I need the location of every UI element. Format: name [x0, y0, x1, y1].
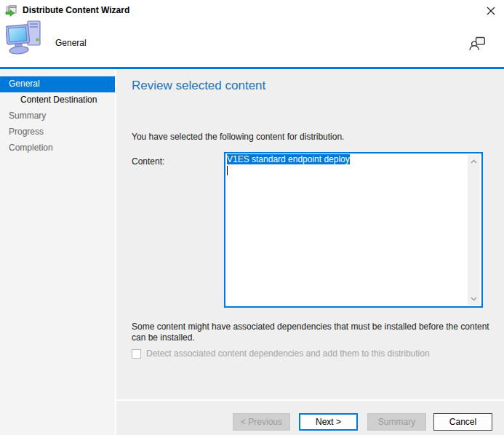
chevron-up-icon: [471, 159, 477, 164]
header-step-title: General: [55, 38, 87, 48]
wizard-page-general: Review selected content You have selecte…: [116, 69, 504, 399]
instruction-text: You have selected the following content …: [132, 132, 344, 142]
page-title: Review selected content: [132, 79, 265, 93]
sidebar-item-general[interactable]: General: [0, 76, 115, 92]
title-bar: Distribute Content Wizard: [0, 0, 504, 20]
sidebar-item-progress: Progress: [0, 124, 115, 140]
content-selected-text: V1ES standard endpoint deploy: [227, 154, 350, 164]
computer-icon: [6, 18, 44, 57]
close-button[interactable]: [484, 4, 497, 17]
next-button[interactable]: Next >: [299, 413, 358, 431]
previous-button: < Previous: [233, 413, 290, 431]
sidebar-item-content-destination[interactable]: Content Destination: [0, 92, 115, 108]
scroll-down-button[interactable]: [468, 292, 480, 305]
feedback-person-icon[interactable]: [468, 33, 487, 52]
detect-dependencies-checkbox: [132, 349, 141, 359]
wizard-steps-sidebar: General Content Destination Summary Prog…: [0, 69, 116, 435]
sidebar-item-completion: Completion: [0, 140, 115, 156]
detect-dependencies-label: Detect associated content dependencies a…: [146, 348, 430, 359]
detect-dependencies-row: Detect associated content dependencies a…: [132, 348, 430, 359]
close-icon: [487, 7, 495, 15]
wizard-footer: < Previous Next > Summary Cancel: [116, 399, 504, 435]
distribute-content-icon: [5, 4, 17, 17]
content-label: Content:: [132, 156, 164, 167]
chevron-down-icon: [471, 297, 477, 301]
dependency-note: Some content might have associated depen…: [132, 322, 500, 343]
cancel-button[interactable]: Cancel: [433, 413, 492, 431]
vertical-scrollbar[interactable]: [468, 155, 480, 305]
distribute-content-wizard-window: Distribute Content Wizard: [0, 0, 504, 435]
window-title: Distribute Content Wizard: [23, 5, 129, 15]
text-caret: [227, 166, 228, 175]
sidebar-item-summary: Summary: [0, 108, 115, 124]
summary-button: Summary: [367, 413, 426, 431]
scroll-up-button[interactable]: [468, 155, 480, 167]
wizard-header: General: [0, 20, 504, 67]
content-textbox[interactable]: V1ES standard endpoint deploy: [224, 152, 483, 308]
